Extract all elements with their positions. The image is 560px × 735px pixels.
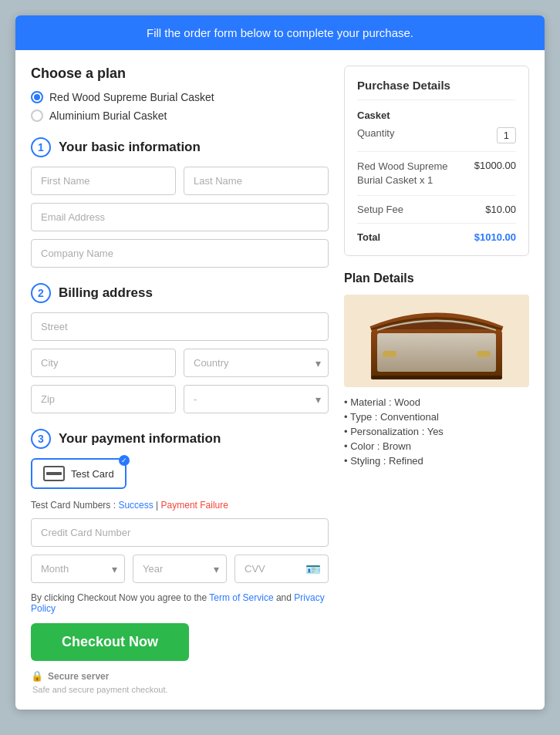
separator: | (153, 500, 161, 511)
step3-title: Your payment information (59, 431, 221, 447)
item-price: $1000.00 (474, 160, 516, 171)
plan-label-2: Aluminium Burial Casket (49, 110, 167, 122)
city-input[interactable] (31, 349, 176, 377)
choose-plan-title: Choose a plan (31, 66, 329, 82)
last-name-input[interactable] (184, 167, 329, 195)
item-label: Red Wood Supreme Burial Casket x 1 (357, 160, 450, 187)
plan-feature-item: Styling : Refined (344, 455, 529, 467)
detail-divider-1 (357, 151, 516, 152)
step1-title: Your basic information (59, 140, 201, 155)
purchase-details-title: Purchase Details (357, 79, 516, 100)
state-select[interactable]: - (184, 385, 329, 413)
plan-feature-item: Personalization : Yes (344, 426, 529, 437)
year-select-wrapper: Year (133, 555, 227, 583)
month-select[interactable]: Month (31, 555, 125, 583)
casket-section-title: Casket (357, 110, 516, 121)
cc-number-input[interactable] (31, 518, 329, 547)
tos-link[interactable]: Term of Service (209, 592, 273, 603)
year-select[interactable]: Year (133, 555, 227, 583)
plan-option-2[interactable]: Aluminium Burial Casket (31, 110, 329, 122)
country-select[interactable]: Country (184, 349, 329, 377)
step3-number: 3 (31, 429, 51, 449)
quantity-value: 1 (497, 127, 516, 143)
secure-subtext: Safe and secure payment checkout. (32, 685, 329, 694)
secure-label: Secure server (48, 671, 109, 682)
company-input[interactable] (31, 239, 329, 268)
success-link[interactable]: Success (118, 500, 153, 511)
step2-number: 2 (31, 283, 51, 303)
card-icon-stripe (46, 472, 62, 475)
radio-2[interactable] (31, 110, 43, 122)
credit-card-icon (43, 466, 65, 481)
detail-divider-2 (357, 195, 516, 196)
casket-svg (363, 298, 510, 383)
cvv-row: Month Year 🪪 (31, 555, 329, 583)
left-column: Choose a plan Red Wood Supreme Burial Ca… (31, 66, 329, 694)
main-body: Choose a plan Red Wood Supreme Burial Ca… (15, 50, 545, 710)
street-field (31, 312, 329, 341)
first-name-input[interactable] (31, 167, 176, 195)
country-select-wrapper: Country (184, 349, 329, 377)
radio-1[interactable] (31, 91, 43, 103)
zip-row: - (31, 385, 329, 413)
card-selector[interactable]: Test Card ✓ (31, 458, 127, 489)
plan-features-list: Material : WoodType : ConventionalPerson… (344, 396, 529, 467)
purchase-details-box: Purchase Details Casket Quantity 1 Red W… (344, 66, 529, 256)
step2-title: Billing address (59, 285, 153, 301)
banner-text: Fill the order form below to complete yo… (147, 26, 413, 39)
total-row: Total $1010.00 (357, 231, 516, 243)
casket-image (344, 295, 529, 387)
cvv-card-icon: 🪪 (305, 561, 321, 576)
terms-prefix: By clicking Checkout Now you agree to th… (31, 592, 209, 603)
cc-number-field (31, 518, 329, 547)
company-row (31, 239, 329, 268)
step2-header: 2 Billing address (31, 283, 329, 303)
failure-link[interactable]: Payment Failure (161, 500, 228, 511)
street-input[interactable] (31, 312, 329, 341)
page-container: Fill the order form below to complete yo… (15, 15, 545, 710)
email-row (31, 203, 329, 231)
right-column: Purchase Details Casket Quantity 1 Red W… (344, 66, 529, 694)
cvv-field: 🪪 (234, 555, 329, 583)
email-field (31, 203, 329, 231)
total-label: Total (357, 231, 380, 243)
plan-feature-item: Color : Brown (344, 440, 529, 452)
zip-input[interactable] (31, 385, 176, 413)
card-type-label: Test Card (71, 468, 114, 480)
svg-rect-3 (477, 351, 491, 357)
first-name-field (31, 167, 176, 195)
lock-icon: 🔒 (31, 670, 43, 682)
checkout-button[interactable]: Checkout Now (31, 623, 189, 661)
item-row: Red Wood Supreme Burial Casket x 1 $1000… (357, 160, 516, 187)
city-country-row: Country (31, 349, 329, 377)
cc-number-row (31, 518, 329, 547)
top-banner: Fill the order form below to complete yo… (15, 15, 545, 50)
setup-price: $10.00 (485, 204, 516, 215)
step1-header: 1 Your basic information (31, 137, 329, 157)
terms-and: and (274, 592, 295, 603)
email-input[interactable] (31, 203, 329, 231)
test-card-text: Test Card Numbers : (31, 500, 118, 511)
detail-divider-3 (357, 223, 516, 224)
company-field (31, 239, 329, 268)
secure-info: 🔒 Secure server (31, 670, 329, 682)
total-price: $1010.00 (474, 231, 516, 243)
plan-feature-item: Material : Wood (344, 396, 529, 408)
zip-field (31, 385, 176, 413)
state-select-wrapper: - (184, 385, 329, 413)
plan-option-1[interactable]: Red Wood Supreme Burial Casket (31, 91, 329, 103)
setup-row: Setup Fee $10.00 (357, 204, 516, 215)
test-card-info: Test Card Numbers : Success | Payment Fa… (31, 500, 329, 511)
setup-label: Setup Fee (357, 204, 403, 215)
terms-text: By clicking Checkout Now you agree to th… (31, 592, 329, 614)
plan-details-title: Plan Details (344, 271, 529, 285)
plan-feature-item: Type : Conventional (344, 411, 529, 423)
name-row (31, 167, 329, 195)
quantity-label: Quantity (357, 127, 394, 139)
svg-rect-2 (383, 351, 396, 357)
svg-rect-4 (371, 376, 502, 379)
plan-details-section: Plan Details (344, 271, 529, 467)
card-check-icon: ✓ (119, 455, 130, 466)
city-field (31, 349, 176, 377)
last-name-field (184, 167, 329, 195)
